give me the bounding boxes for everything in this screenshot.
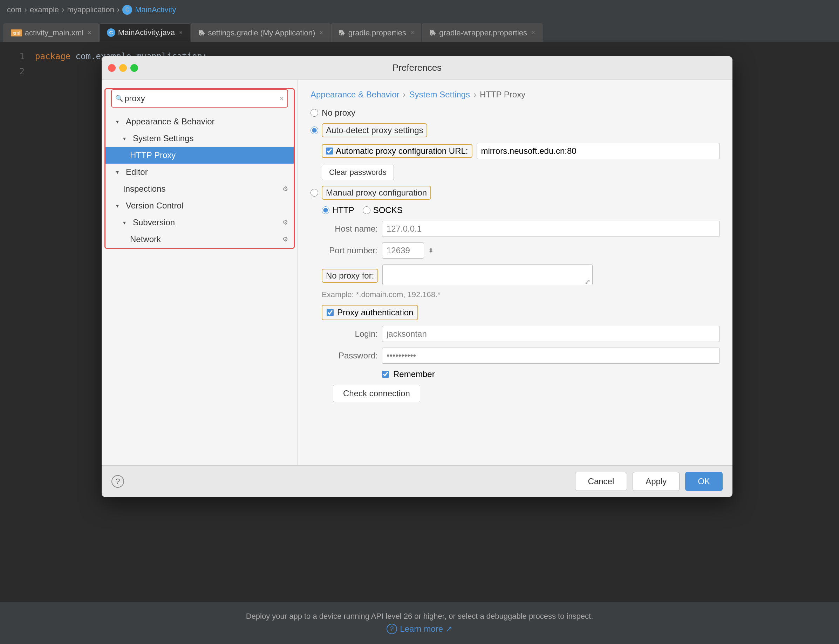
dialog-footer: ? Cancel Apply OK (102, 465, 732, 497)
socks-option: SOCKS (363, 205, 403, 215)
auto-detect-label[interactable]: Auto-detect proxy settings (326, 125, 423, 135)
auto-detect-radio[interactable] (311, 127, 318, 134)
dialog-body: 🔍 × ▾ Appearance & Behavior ▾ System Set… (102, 80, 732, 465)
line-num-2: 2 (14, 64, 25, 79)
breadcrumb-myapp: myapplication (67, 5, 114, 14)
content-breadcrumb: Appearance & Behavior › System Settings … (311, 90, 720, 100)
status-text: Deploy your app to a device running API … (246, 612, 593, 621)
content-area: Appearance & Behavior › System Settings … (298, 80, 732, 465)
expand-icon-no-proxy[interactable]: ⤢ (584, 278, 591, 286)
login-input[interactable] (382, 326, 720, 342)
expand-icon: ▾ (116, 118, 123, 125)
tab-gradle-wrapper[interactable]: 🐘 gradle-wrapper.properties × (422, 23, 542, 42)
manual-proxy-highlight-box: Manual proxy configuration (322, 186, 431, 200)
clear-search-icon[interactable]: × (280, 95, 284, 103)
ide-bottom-bar: Deploy your app to a device running API … (0, 602, 839, 644)
breadcrumb-sep2: › (62, 5, 64, 14)
breadcrumb-system[interactable]: System Settings (409, 90, 470, 100)
help-button[interactable]: ? (112, 475, 124, 488)
check-connection-button[interactable]: Check connection (333, 385, 420, 402)
breadcrumb: com › example › myapplication › C MainAc… (0, 0, 839, 20)
password-input[interactable] (382, 348, 720, 364)
apply-button[interactable]: Apply (633, 472, 679, 491)
gear-icon-network: ⚙ (283, 235, 288, 243)
sidebar-item-label-network: Network (130, 234, 161, 244)
tab-xml-icon: xml (11, 30, 22, 36)
close-icon-gradle-props[interactable]: × (410, 29, 414, 36)
breadcrumb-appearance[interactable]: Appearance & Behavior (311, 90, 400, 100)
gear-icon-subversion: ⚙ (283, 219, 288, 226)
manual-proxy-radio[interactable] (311, 189, 318, 197)
search-icon: 🔍 (115, 95, 123, 102)
no-proxy-input[interactable] (382, 264, 592, 285)
sidebar-section-appearance: ▾ Appearance & Behavior ▾ System Setting… (105, 113, 294, 248)
sidebar-item-label-vc: Version Control (126, 201, 183, 210)
sidebar-item-editor[interactable]: ▾ Editor (105, 164, 294, 181)
minimize-window-button[interactable] (119, 64, 127, 72)
close-icon-settings[interactable]: × (319, 29, 323, 36)
learn-more-link[interactable]: ? Learn more ↗ (387, 624, 452, 634)
tab-settings-gradle[interactable]: 🐘 settings.gradle (My Application) × (191, 23, 331, 42)
breadcrumb-sep1: › (25, 5, 27, 14)
maximize-window-button[interactable] (130, 64, 138, 72)
gear-icon-inspections: ⚙ (283, 185, 288, 193)
close-icon[interactable]: × (87, 29, 92, 36)
sidebar-item-version-control[interactable]: ▾ Version Control (105, 197, 294, 214)
tab-mainactivity[interactable]: C MainActivity.java × (100, 23, 190, 42)
host-name-row: Host name: (322, 221, 720, 237)
breadcrumb-class-icon: C (122, 5, 132, 15)
no-proxy-for-row: No proxy for: ⤢ (322, 264, 720, 288)
port-input[interactable] (382, 243, 424, 259)
expand-icon-vc: ▾ (116, 202, 123, 209)
remember-checkbox[interactable] (382, 371, 389, 378)
check-connection-row: Check connection (322, 385, 720, 402)
breadcrumb-current: MainActivity (135, 5, 176, 14)
close-icon-java[interactable]: × (179, 29, 183, 36)
tab-label-settings: settings.gradle (My Application) (208, 28, 316, 38)
auto-config-url-input[interactable] (477, 143, 720, 159)
http-option: HTTP (322, 205, 354, 215)
close-window-button[interactable] (108, 64, 116, 72)
breadcrumb-proxy: HTTP Proxy (480, 90, 525, 100)
socks-radio[interactable] (363, 206, 370, 214)
auto-detect-highlight-box: Auto-detect proxy settings (322, 123, 427, 137)
clear-passwords-button[interactable]: Clear passwords (322, 165, 394, 180)
footer-left: ? (112, 475, 124, 488)
http-radio[interactable] (322, 206, 329, 214)
sidebar-item-system-settings[interactable]: ▾ System Settings (105, 130, 294, 147)
tab-activity-main[interactable]: xml activity_main.xml × (3, 23, 99, 42)
login-label: Login: (322, 329, 378, 339)
breadcrumb-com: com (7, 5, 22, 14)
no-proxy-input-container: ⤢ (382, 264, 592, 288)
auto-detect-row: Auto-detect proxy settings (311, 123, 720, 137)
ok-button[interactable]: OK (685, 472, 723, 491)
tab-gradle-props[interactable]: 🐘 gradle.properties × (331, 23, 421, 42)
port-row: Port number: ⬍ (322, 243, 720, 259)
port-spinner[interactable]: ⬍ (428, 246, 434, 255)
sidebar-item-label-inspections: Inspections (123, 184, 165, 194)
host-name-input[interactable] (382, 221, 720, 237)
breadcrumb-sep2: › (474, 90, 476, 100)
sidebar-item-label-system: System Settings (133, 133, 194, 143)
expand-icon-sys: ▾ (123, 135, 130, 142)
sidebar-item-network[interactable]: Network ⚙ (105, 231, 294, 248)
auto-config-checkbox[interactable] (326, 148, 333, 154)
no-proxy-label[interactable]: No proxy (322, 108, 355, 118)
manual-proxy-label[interactable]: Manual proxy configuration (326, 188, 427, 198)
sidebar-item-appearance-behavior[interactable]: ▾ Appearance & Behavior (105, 113, 294, 130)
sidebar-item-subversion[interactable]: ▾ Subversion ⚙ (105, 214, 294, 231)
cancel-button[interactable]: Cancel (575, 472, 627, 491)
proxy-auth-checkbox[interactable] (327, 309, 334, 316)
search-input[interactable] (112, 90, 287, 107)
close-icon-gradle-wrapper[interactable]: × (531, 29, 535, 36)
example-text: Example: *.domain.com, 192.168.* (322, 290, 720, 299)
sidebar: 🔍 × ▾ Appearance & Behavior ▾ System Set… (102, 80, 298, 465)
tab-label-gradle-props: gradle.properties (348, 28, 406, 38)
no-proxy-radio[interactable] (311, 109, 318, 117)
sidebar-item-http-proxy[interactable]: HTTP Proxy (105, 147, 294, 164)
login-row: Login: (322, 326, 720, 342)
tab-label-mainactivity: MainActivity.java (118, 28, 175, 37)
socks-label: SOCKS (373, 205, 403, 215)
tab-java-icon: C (107, 28, 115, 37)
sidebar-item-inspections[interactable]: Inspections ⚙ (105, 181, 294, 197)
